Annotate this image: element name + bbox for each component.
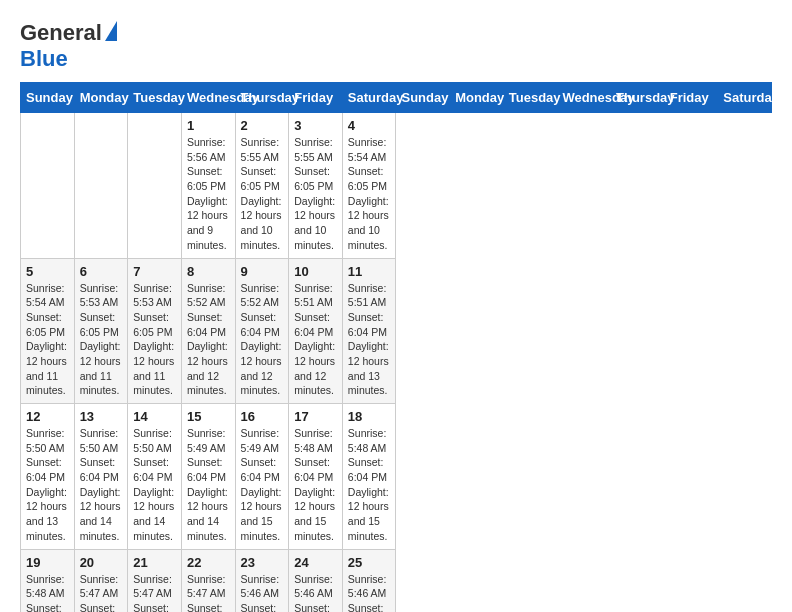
day-number: 8: [187, 264, 230, 279]
day-info: Sunrise: 5:53 AM Sunset: 6:05 PM Dayligh…: [80, 281, 123, 399]
day-number: 7: [133, 264, 176, 279]
day-info: Sunrise: 5:51 AM Sunset: 6:04 PM Dayligh…: [294, 281, 337, 399]
day-info: Sunrise: 5:48 AM Sunset: 6:04 PM Dayligh…: [26, 572, 69, 613]
day-info: Sunrise: 5:54 AM Sunset: 6:05 PM Dayligh…: [26, 281, 69, 399]
logo-triangle-icon: [105, 21, 117, 41]
calendar-cell: 6Sunrise: 5:53 AM Sunset: 6:05 PM Daylig…: [74, 258, 128, 404]
day-number: 21: [133, 555, 176, 570]
calendar-cell: 2Sunrise: 5:55 AM Sunset: 6:05 PM Daylig…: [235, 113, 289, 259]
weekday-header: Monday: [450, 83, 504, 113]
weekday-header: Sunday: [396, 83, 450, 113]
calendar-week-row: 1Sunrise: 5:56 AM Sunset: 6:05 PM Daylig…: [21, 113, 772, 259]
day-number: 17: [294, 409, 337, 424]
calendar-cell: 14Sunrise: 5:50 AM Sunset: 6:04 PM Dayli…: [128, 404, 182, 550]
weekday-header-friday: Friday: [289, 83, 343, 113]
calendar-cell: 4Sunrise: 5:54 AM Sunset: 6:05 PM Daylig…: [342, 113, 396, 259]
calendar-cell: 3Sunrise: 5:55 AM Sunset: 6:05 PM Daylig…: [289, 113, 343, 259]
calendar-cell: 17Sunrise: 5:48 AM Sunset: 6:04 PM Dayli…: [289, 404, 343, 550]
calendar-cell: 16Sunrise: 5:49 AM Sunset: 6:04 PM Dayli…: [235, 404, 289, 550]
day-info: Sunrise: 5:53 AM Sunset: 6:05 PM Dayligh…: [133, 281, 176, 399]
day-number: 12: [26, 409, 69, 424]
calendar-cell: 5Sunrise: 5:54 AM Sunset: 6:05 PM Daylig…: [21, 258, 75, 404]
logo-general-text: General: [20, 20, 102, 46]
calendar-cell: 24Sunrise: 5:46 AM Sunset: 6:04 PM Dayli…: [289, 549, 343, 612]
day-info: Sunrise: 5:46 AM Sunset: 6:04 PM Dayligh…: [294, 572, 337, 613]
day-number: 14: [133, 409, 176, 424]
calendar-cell: 7Sunrise: 5:53 AM Sunset: 6:05 PM Daylig…: [128, 258, 182, 404]
calendar-cell: 13Sunrise: 5:50 AM Sunset: 6:04 PM Dayli…: [74, 404, 128, 550]
day-info: Sunrise: 5:52 AM Sunset: 6:04 PM Dayligh…: [187, 281, 230, 399]
calendar-week-row: 12Sunrise: 5:50 AM Sunset: 6:04 PM Dayli…: [21, 404, 772, 550]
calendar-cell: 1Sunrise: 5:56 AM Sunset: 6:05 PM Daylig…: [181, 113, 235, 259]
day-info: Sunrise: 5:47 AM Sunset: 6:04 PM Dayligh…: [133, 572, 176, 613]
calendar-cell: 23Sunrise: 5:46 AM Sunset: 6:04 PM Dayli…: [235, 549, 289, 612]
day-info: Sunrise: 5:51 AM Sunset: 6:04 PM Dayligh…: [348, 281, 391, 399]
day-info: Sunrise: 5:50 AM Sunset: 6:04 PM Dayligh…: [80, 426, 123, 544]
day-number: 18: [348, 409, 391, 424]
calendar-cell: 8Sunrise: 5:52 AM Sunset: 6:04 PM Daylig…: [181, 258, 235, 404]
logo-blue-text: Blue: [20, 46, 68, 71]
weekday-header-thursday: Thursday: [235, 83, 289, 113]
weekday-header-wednesday: Wednesday: [181, 83, 235, 113]
calendar-cell: [21, 113, 75, 259]
day-number: 5: [26, 264, 69, 279]
day-number: 22: [187, 555, 230, 570]
day-info: Sunrise: 5:46 AM Sunset: 6:04 PM Dayligh…: [348, 572, 391, 613]
day-info: Sunrise: 5:47 AM Sunset: 6:04 PM Dayligh…: [187, 572, 230, 613]
calendar-cell: 18Sunrise: 5:48 AM Sunset: 6:04 PM Dayli…: [342, 404, 396, 550]
day-info: Sunrise: 5:49 AM Sunset: 6:04 PM Dayligh…: [187, 426, 230, 544]
day-number: 4: [348, 118, 391, 133]
calendar-cell: 25Sunrise: 5:46 AM Sunset: 6:04 PM Dayli…: [342, 549, 396, 612]
day-number: 10: [294, 264, 337, 279]
weekday-header: Thursday: [611, 83, 665, 113]
calendar-cell: 9Sunrise: 5:52 AM Sunset: 6:04 PM Daylig…: [235, 258, 289, 404]
day-number: 2: [241, 118, 284, 133]
calendar-cell: 20Sunrise: 5:47 AM Sunset: 6:04 PM Dayli…: [74, 549, 128, 612]
calendar-cell: 10Sunrise: 5:51 AM Sunset: 6:04 PM Dayli…: [289, 258, 343, 404]
calendar-cell: [128, 113, 182, 259]
day-info: Sunrise: 5:52 AM Sunset: 6:04 PM Dayligh…: [241, 281, 284, 399]
day-number: 25: [348, 555, 391, 570]
day-info: Sunrise: 5:50 AM Sunset: 6:04 PM Dayligh…: [133, 426, 176, 544]
day-number: 15: [187, 409, 230, 424]
day-info: Sunrise: 5:55 AM Sunset: 6:05 PM Dayligh…: [294, 135, 337, 253]
day-info: Sunrise: 5:49 AM Sunset: 6:04 PM Dayligh…: [241, 426, 284, 544]
calendar-week-row: 5Sunrise: 5:54 AM Sunset: 6:05 PM Daylig…: [21, 258, 772, 404]
weekday-header-sunday: Sunday: [21, 83, 75, 113]
day-number: 24: [294, 555, 337, 570]
day-number: 13: [80, 409, 123, 424]
calendar-cell: 19Sunrise: 5:48 AM Sunset: 6:04 PM Dayli…: [21, 549, 75, 612]
day-info: Sunrise: 5:56 AM Sunset: 6:05 PM Dayligh…: [187, 135, 230, 253]
calendar-cell: 11Sunrise: 5:51 AM Sunset: 6:04 PM Dayli…: [342, 258, 396, 404]
day-info: Sunrise: 5:48 AM Sunset: 6:04 PM Dayligh…: [348, 426, 391, 544]
day-number: 19: [26, 555, 69, 570]
page-header: General Blue: [20, 20, 772, 72]
calendar-cell: 15Sunrise: 5:49 AM Sunset: 6:04 PM Dayli…: [181, 404, 235, 550]
weekday-header-tuesday: Tuesday: [128, 83, 182, 113]
logo: General Blue: [20, 20, 117, 72]
day-info: Sunrise: 5:50 AM Sunset: 6:04 PM Dayligh…: [26, 426, 69, 544]
calendar-week-row: 19Sunrise: 5:48 AM Sunset: 6:04 PM Dayli…: [21, 549, 772, 612]
day-number: 3: [294, 118, 337, 133]
calendar-header-row: SundayMondayTuesdayWednesdayThursdayFrid…: [21, 83, 772, 113]
day-info: Sunrise: 5:48 AM Sunset: 6:04 PM Dayligh…: [294, 426, 337, 544]
day-number: 16: [241, 409, 284, 424]
calendar-cell: 21Sunrise: 5:47 AM Sunset: 6:04 PM Dayli…: [128, 549, 182, 612]
weekday-header-monday: Monday: [74, 83, 128, 113]
day-info: Sunrise: 5:55 AM Sunset: 6:05 PM Dayligh…: [241, 135, 284, 253]
day-info: Sunrise: 5:46 AM Sunset: 6:04 PM Dayligh…: [241, 572, 284, 613]
calendar-cell: 22Sunrise: 5:47 AM Sunset: 6:04 PM Dayli…: [181, 549, 235, 612]
day-number: 6: [80, 264, 123, 279]
weekday-header: Friday: [664, 83, 718, 113]
weekday-header: Tuesday: [503, 83, 557, 113]
calendar-cell: [74, 113, 128, 259]
weekday-header-saturday: Saturday: [342, 83, 396, 113]
day-number: 20: [80, 555, 123, 570]
calendar-table: SundayMondayTuesdayWednesdayThursdayFrid…: [20, 82, 772, 612]
weekday-header: Saturday: [718, 83, 772, 113]
day-number: 11: [348, 264, 391, 279]
day-info: Sunrise: 5:47 AM Sunset: 6:04 PM Dayligh…: [80, 572, 123, 613]
day-number: 23: [241, 555, 284, 570]
calendar-cell: 12Sunrise: 5:50 AM Sunset: 6:04 PM Dayli…: [21, 404, 75, 550]
day-info: Sunrise: 5:54 AM Sunset: 6:05 PM Dayligh…: [348, 135, 391, 253]
